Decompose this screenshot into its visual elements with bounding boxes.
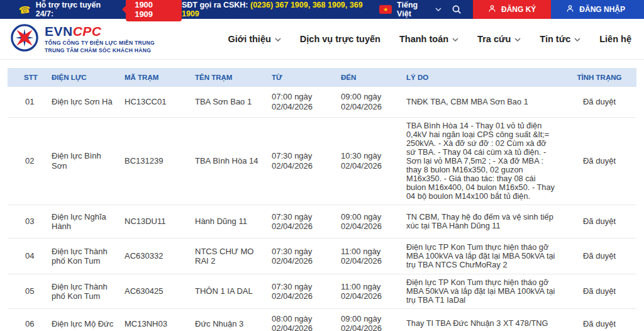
cell-ma-tram: HC13CC01 (119, 87, 190, 117)
chevron-down-icon (574, 38, 580, 42)
table-row: 04 Điện lực Thành phố Kon Tum AC630332 N… (8, 238, 636, 274)
vietnam-flag-icon: ★ (379, 5, 392, 14)
main-nav: Giới thiệu Dịch vụ trực tuyến Thanh toán… (228, 34, 631, 44)
cskh-info: SĐT gọi ra CSKH: (0236) 367 1909, 368 19… (182, 1, 370, 18)
language-selector[interactable]: Tiếng Việt (397, 1, 441, 18)
register-label: ĐĂNG KÝ (501, 5, 536, 14)
status-badge: Đã duyệt (562, 117, 636, 205)
cell-dien-luc: Điện lực Bình Sơn (47, 117, 119, 205)
nav-item-tra-cuu[interactable]: Tra cứu (477, 34, 521, 44)
column-header-tu: TỪ (267, 68, 336, 87)
nav-label: Tin tức (540, 34, 570, 44)
cell-den: 09:00 ngày 02/04/2026 (336, 309, 401, 331)
nav-item-lien-he[interactable]: Liên hệ (599, 34, 631, 44)
cell-ten-tram: TBA Sơn Bao 1 (190, 87, 267, 117)
cell-ma-tram: NC13DU11 (119, 205, 190, 238)
nav-item-thanh-toan[interactable]: Thanh toán (399, 34, 458, 44)
user-icon (488, 4, 496, 14)
cell-tu: 08:00 ngày 02/04/2026 (267, 309, 336, 331)
cell-ten-tram: THÔN 1 IA DAL (190, 274, 267, 309)
cell-ma-tram: BC131239 (119, 117, 190, 205)
cell-stt: 04 (8, 238, 47, 274)
table-row: 03 Điện lực Nghĩa Hành NC13DU11 Hành Dũn… (8, 205, 636, 238)
login-label: ĐĂNG NHẬP (579, 5, 625, 14)
cell-tu: 07:30 ngày 02/04/2026 (267, 117, 336, 205)
cell-ma-tram: AC630332 (119, 238, 190, 274)
cell-den: 11:00 ngày 02/04/2026 (336, 274, 401, 309)
login-button[interactable]: ĐĂNG NHẬP (551, 0, 644, 19)
cell-ly-do: Điện lực TP Kon Tum thực hiện tháo gỡ MB… (401, 274, 562, 309)
cell-tu: 07:30 ngày 02/04/2026 (267, 205, 336, 238)
column-header-ly-do: LÝ DO (401, 68, 562, 87)
topbar-support: ☎ Hỗ trợ trực tuyến 24/7: 1900 1909 (0, 0, 182, 21)
brand-evn: EVN (45, 24, 73, 38)
evn-star-icon (10, 23, 39, 55)
cell-dien-luc: Điện lực Sơn Hà (47, 87, 119, 117)
chevron-down-icon (435, 8, 441, 11)
header: EVNCPC TỔNG CÔNG TY ĐIỆN LỰC MIỀN TRUNG … (0, 19, 644, 60)
logo[interactable]: EVNCPC TỔNG CÔNG TY ĐIỆN LỰC MIỀN TRUNG … (10, 23, 155, 55)
topbar: ☎ Hỗ trợ trực tuyến 24/7: 1900 1909 SĐT … (0, 0, 644, 19)
cell-dien-luc: Điện lực Nghĩa Hành (47, 205, 119, 238)
column-header-ten-tram: TÊN TRẠM (190, 68, 267, 87)
cell-den: 09:00 ngày 02/04/2026 (336, 87, 401, 117)
cell-stt: 01 (8, 87, 47, 117)
cell-dien-luc: Điện lực Thành phố Kon Tum (47, 274, 119, 309)
outage-table: STT ĐIỆN LỰC MÃ TRẠM TÊN TRẠM TỪ ĐẾN LÝ … (8, 68, 636, 331)
cell-den: 09:00 ngày 02/04/2026 (336, 205, 401, 238)
search-icon[interactable] (452, 4, 462, 14)
table-row: 05 Điện lực Thành phố Kon Tum AC630425 T… (8, 274, 636, 309)
cell-tu: 07:00 ngày 02/04/2026 (267, 87, 336, 117)
cell-den: 11:00 ngày 02/04/2026 (336, 238, 401, 274)
brand-cpc: CPC (73, 24, 102, 38)
cell-dien-luc: Điện lực Mộ Đức (47, 309, 119, 331)
phone-icon: ☎ (18, 4, 31, 14)
cell-stt: 05 (8, 274, 47, 309)
brand-text: EVNCPC TỔNG CÔNG TY ĐIỆN LỰC MIỀN TRUNG … (45, 25, 155, 53)
nav-item-tin-tuc[interactable]: Tin tức (540, 34, 580, 44)
cell-stt: 06 (8, 309, 47, 331)
main-content: STT ĐIỆN LỰC MÃ TRẠM TÊN TRẠM TỪ ĐẾN LÝ … (0, 60, 644, 331)
status-badge: Đã duyệt (562, 205, 636, 238)
chevron-down-icon (452, 38, 458, 42)
user-icon (566, 4, 574, 14)
cell-den: 10:30 ngày 02/04/2026 (336, 117, 401, 205)
cell-ly-do: Thay TI TBA Đức Nhuận 3 XT 478/TNG (401, 309, 562, 331)
status-badge: Đã duyệt (562, 238, 636, 274)
nav-label: Dịch vụ trực tuyến (300, 34, 380, 44)
cell-ly-do: TBA Bình Hòa 14 - Thay 01 vỏ tủ điện 0,4… (401, 117, 562, 205)
nav-label: Liên hệ (599, 34, 631, 44)
cell-ten-tram: TBA Bình Hòa 14 (190, 117, 267, 205)
cell-ten-tram: Hành Dũng 11 (190, 205, 267, 238)
cell-tu: 07:30 ngày 02/04/2026 (267, 238, 336, 274)
table-row: 01 Điện lực Sơn Hà HC13CC01 TBA Sơn Bao … (8, 87, 636, 117)
cell-ten-tram: Đức Nhuận 3 (190, 309, 267, 331)
cell-ma-tram: MC13NH03 (119, 309, 190, 331)
column-header-stt: STT (8, 68, 47, 87)
status-badge: Đã duyệt (562, 87, 636, 117)
nav-label: Tra cứu (477, 34, 511, 44)
nav-item-gioi-thieu[interactable]: Giới thiệu (228, 34, 281, 44)
brand-subtitle-2: TRUNG TÂM CHĂM SÓC KHÁCH HÀNG (45, 47, 155, 53)
brand-subtitle-1: TỔNG CÔNG TY ĐIỆN LỰC MIỀN TRUNG (45, 40, 155, 46)
support-label: Hỗ trợ trực tuyến 24/7: (36, 1, 117, 18)
table-row: 02 Điện lực Bình Sơn BC131239 TBA Bình H… (8, 117, 636, 205)
hotline-badge[interactable]: 1900 1909 (126, 0, 182, 21)
nav-label: Giới thiệu (228, 34, 271, 44)
cell-dien-luc: Điện lực Thành phố Kon Tum (47, 238, 119, 274)
register-button[interactable]: ĐĂNG KÝ (473, 0, 551, 19)
cell-ma-tram: AC630425 (119, 274, 190, 309)
column-header-dien-luc: ĐIỆN LỰC (47, 68, 119, 87)
cskh-label: SĐT gọi ra CSKH: (182, 1, 248, 9)
cell-ly-do: TNĐK TBA, CBM MBA Sơn Bao 1 (401, 87, 562, 117)
nav-label: Thanh toán (399, 34, 448, 44)
column-header-tinh-trang: TÌNH TRẠNG (562, 68, 636, 87)
column-header-den: ĐẾN (336, 68, 401, 87)
table-header: STT ĐIỆN LỰC MÃ TRẠM TÊN TRẠM TỪ ĐẾN LÝ … (8, 68, 636, 87)
chevron-down-icon (514, 38, 521, 42)
cell-tu: 07:30 ngày 02/04/2026 (267, 274, 336, 309)
nav-item-dich-vu-truc-tuyen[interactable]: Dịch vụ trực tuyến (300, 34, 380, 44)
cell-ly-do: Điện lực TP Kon Tum thực hiện tháo gỡ MB… (401, 238, 562, 274)
cell-stt: 02 (8, 117, 47, 205)
table-row: 06 Điện lực Mộ Đức MC13NH03 Đức Nhuận 3 … (8, 309, 636, 331)
